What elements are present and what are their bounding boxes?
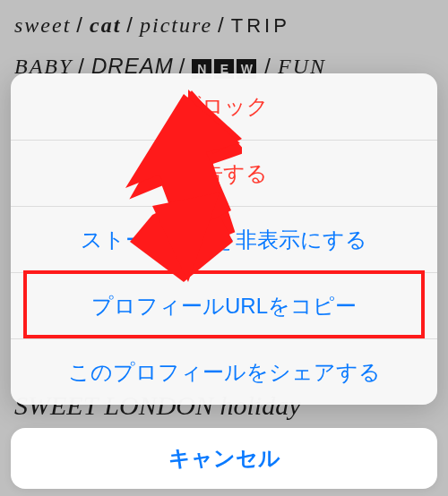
action-label: 報告する	[180, 159, 268, 188]
cancel-label: キャンセル	[168, 444, 280, 473]
screen: sweet/cat/picture/TRIP BABY/DREAM/NEW/FU…	[0, 0, 448, 496]
action-report[interactable]: 報告する	[11, 140, 437, 206]
action-share-profile[interactable]: このプロフィールをシェアする	[11, 338, 437, 405]
action-label: プロフィールURLをコピー	[91, 292, 357, 321]
action-block[interactable]: ブロック	[11, 73, 437, 140]
action-label: ストーリーズを非表示にする	[81, 226, 367, 254]
action-label: このプロフィールをシェアする	[68, 358, 381, 387]
cancel-button[interactable]: キャンセル	[11, 428, 437, 489]
action-label: ブロック	[179, 92, 269, 121]
action-copy-profile-url[interactable]: プロフィールURLをコピー	[11, 272, 437, 338]
action-sheet: ブロック 報告する ストーリーズを非表示にする プロフィールURLをコピー この…	[11, 73, 437, 405]
action-hide-stories[interactable]: ストーリーズを非表示にする	[11, 206, 437, 272]
